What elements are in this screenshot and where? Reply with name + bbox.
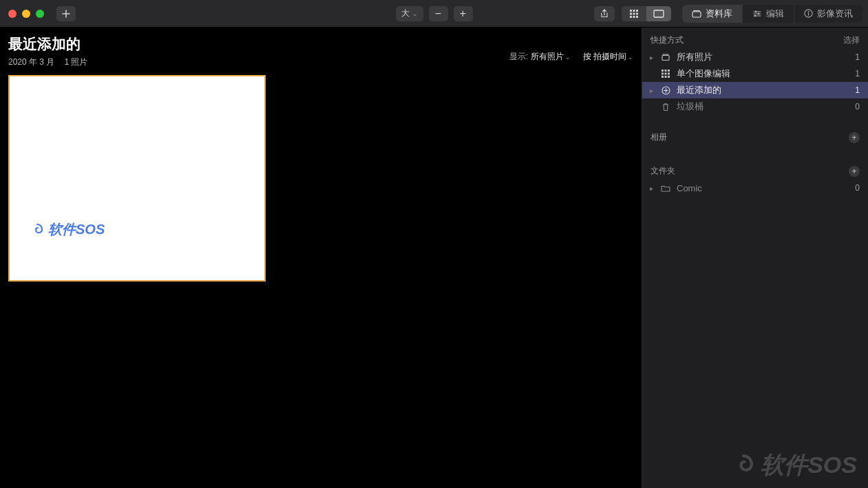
tab-info[interactable]: 影像资讯	[794, 5, 862, 23]
sliders-icon	[752, 10, 762, 18]
sidebar-item-count: 1	[855, 69, 860, 78]
fullscreen-window-button[interactable]	[36, 10, 44, 18]
date-label: 2020 年 3 月	[8, 56, 54, 68]
sidebar-item-count: 1	[855, 85, 860, 95]
folders-section-header: 文件夹 +	[642, 158, 868, 180]
chevron-down-icon: ⌄	[628, 54, 633, 61]
tab-info-label: 影像资讯	[817, 8, 853, 20]
tab-edit-label: 编辑	[766, 8, 784, 20]
inspector-tabs: 资料库 编辑 影像资讯	[682, 5, 862, 23]
zoom-size-dropdown[interactable]: 大 ⌄	[396, 6, 423, 21]
svg-rect-24	[661, 76, 664, 78]
stack-icon	[660, 53, 671, 61]
folder-icon	[660, 184, 671, 192]
sidebar-item-label: 单个图像编辑	[677, 67, 849, 80]
grid-icon	[660, 70, 671, 78]
sidebar-item-label: 所有照片	[677, 51, 849, 63]
tab-library[interactable]: 资料库	[682, 5, 743, 23]
minimize-window-button[interactable]	[22, 10, 30, 18]
albums-header-label: 相册	[650, 131, 667, 143]
svg-rect-19	[665, 70, 667, 72]
thumbnail-watermark-text: 软件SOS	[48, 220, 105, 239]
svg-rect-2	[636, 10, 638, 12]
svg-rect-8	[636, 16, 638, 18]
display-filter[interactable]: 显示: 所有照片⌄	[509, 51, 571, 63]
display-filter-label: 显示:	[509, 52, 528, 61]
svg-rect-7	[633, 16, 635, 18]
svg-rect-20	[668, 70, 670, 72]
tab-library-label: 资料库	[706, 8, 732, 20]
svg-point-12	[758, 12, 760, 14]
folders-header-label: 文件夹	[650, 165, 675, 177]
tab-edit[interactable]: 编辑	[743, 5, 794, 23]
filter-row: 显示: 所有照片⌄ 按 拍摄时间⌄	[509, 51, 633, 63]
sidebar-item-recently-added[interactable]: ▸ 最近添加的 1	[642, 82, 868, 98]
sort-prefix: 按	[583, 52, 591, 61]
svg-point-15	[808, 11, 809, 12]
svg-rect-23	[668, 73, 670, 75]
svg-point-11	[755, 10, 757, 12]
titlebar: 大 ⌄ − + 资料库	[0, 0, 868, 28]
plus-circle-icon	[660, 86, 671, 95]
thumbnail-watermark: 软件SOS	[30, 220, 105, 239]
sidebar-item-count: 0	[855, 102, 860, 112]
disclosure-triangle-icon[interactable]: ▸	[648, 184, 655, 192]
grid-view-button[interactable]	[622, 6, 646, 21]
sidebar-item-label: 最近添加的	[677, 84, 849, 96]
svg-rect-26	[668, 76, 670, 78]
sidebar-item-count: 1	[855, 52, 860, 62]
photo-count-label: 1 照片	[64, 56, 87, 68]
disclosure-triangle-icon[interactable]: ▸	[648, 54, 655, 61]
zoom-in-button[interactable]: +	[454, 6, 473, 21]
library-icon	[692, 10, 701, 18]
svg-rect-22	[665, 73, 667, 75]
sidebar-item-label: 垃圾桶	[677, 100, 849, 113]
svg-rect-21	[661, 73, 664, 75]
add-folder-button[interactable]: +	[849, 166, 860, 177]
svg-rect-16	[808, 13, 809, 16]
shortcuts-header-label: 快捷方式	[650, 34, 684, 46]
info-icon	[804, 9, 813, 18]
photo-thumbnail[interactable]: 软件SOS	[8, 75, 266, 282]
svg-point-13	[754, 14, 756, 17]
zoom-out-button[interactable]: −	[429, 6, 448, 21]
svg-rect-4	[633, 12, 635, 14]
chevron-down-icon: ⌄	[412, 10, 418, 17]
add-button[interactable]	[56, 6, 76, 21]
view-mode-segment	[622, 6, 671, 21]
library-sidebar: 快捷方式 选择 ▸ 所有照片 1 单个图像编辑 1 ▸	[642, 28, 868, 488]
svg-rect-25	[665, 76, 667, 78]
sort-value: 拍摄时间	[593, 52, 626, 61]
titlebar-right-group: 资料库 编辑 影像资讯	[594, 5, 862, 23]
svg-rect-6	[630, 16, 632, 18]
thumbnail-grid: 软件SOS	[8, 75, 633, 282]
swirl-icon	[30, 223, 44, 237]
share-button[interactable]	[594, 6, 615, 21]
svg-rect-1	[633, 10, 635, 12]
sidebar-folder-count: 0	[855, 183, 860, 193]
sidebar-item-single-image-edit[interactable]: 单个图像编辑 1	[642, 65, 868, 82]
main-content: 最近添加的 2020 年 3 月 1 照片 显示: 所有照片⌄ 按 拍摄时间⌄	[0, 28, 642, 488]
svg-rect-5	[636, 12, 638, 14]
sidebar-item-all-photos[interactable]: ▸ 所有照片 1	[642, 49, 868, 65]
add-album-button[interactable]: +	[849, 132, 860, 143]
svg-rect-18	[661, 70, 664, 72]
zoom-size-label: 大	[401, 8, 410, 19]
close-window-button[interactable]	[8, 10, 17, 18]
sidebar-folder-label: Comic	[677, 183, 849, 193]
single-view-button[interactable]	[646, 6, 671, 21]
shortcuts-section-header: 快捷方式 选择	[642, 28, 868, 49]
svg-rect-17	[662, 56, 669, 61]
sidebar-item-trash[interactable]: 垃圾桶 0	[642, 98, 868, 115]
select-link[interactable]: 选择	[843, 34, 860, 46]
chevron-down-icon: ⌄	[565, 54, 571, 61]
zoom-controls: 大 ⌄ − +	[396, 6, 473, 21]
disclosure-triangle-icon[interactable]: ▸	[648, 87, 655, 94]
window-controls	[8, 10, 44, 18]
display-filter-value: 所有照片	[531, 52, 564, 61]
sort-filter[interactable]: 按 拍摄时间⌄	[583, 51, 633, 63]
svg-rect-3	[630, 12, 632, 14]
albums-section-header: 相册 +	[642, 125, 868, 146]
sidebar-folder-item[interactable]: ▸ Comic 0	[642, 180, 868, 196]
svg-rect-10	[692, 12, 701, 17]
